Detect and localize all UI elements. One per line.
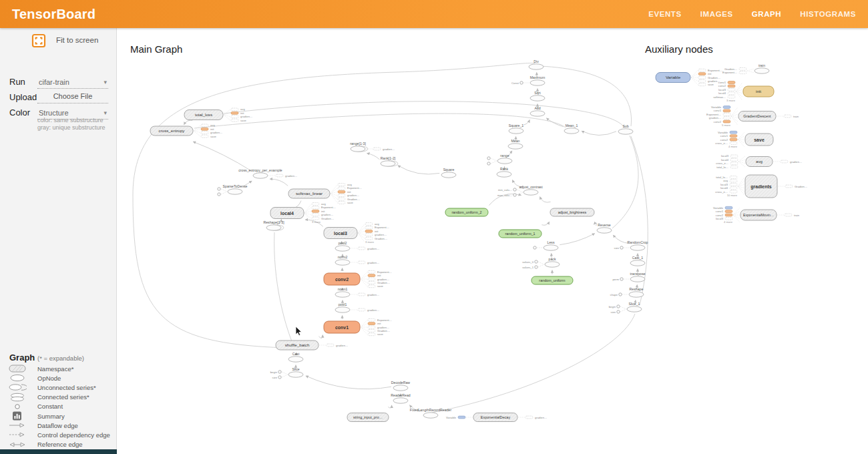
- graph-node-rank12[interactable]: Rank[1-2]: [381, 156, 398, 167]
- tab-histograms[interactable]: HISTOGRAMS: [800, 10, 856, 18]
- svg-text:Variable: Variable: [666, 75, 681, 79]
- svg-text:local4: local4: [718, 91, 726, 95]
- svg-text:Exponent…: Exponent…: [708, 69, 722, 72]
- graph-node-slice_1[interactable]: Slice_1beginsize: [609, 302, 642, 314]
- svg-text:Square: Square: [443, 168, 455, 172]
- graph-node-mean_1[interactable]: Mean_1: [564, 124, 579, 134]
- graph-node-decoderaw[interactable]: DecodeRaw: [391, 381, 411, 391]
- graph-node-local3[interactable]: local3avgExponent…initgradien…Gradien…3 …: [324, 222, 389, 244]
- graph-node-cross_entropy[interactable]: cross_entropyavginitgradien…save: [150, 124, 222, 138]
- graph-node-conv1[interactable]: conv1Exponent…initgradien…Gradien…save: [324, 318, 392, 336]
- mouse-cursor: [296, 326, 302, 336]
- graph-node-string_input[interactable]: string_input_pro…: [347, 413, 389, 422]
- tab-events[interactable]: EVENTS: [648, 10, 682, 18]
- graph-node-div[interactable]: Div: [529, 59, 544, 70]
- graph-node-transpose[interactable]: transposeperm: [612, 272, 645, 282]
- svg-text:init: init: [347, 190, 351, 194]
- svg-text:gradien…: gradien…: [285, 174, 297, 178]
- svg-text:ExponentialMovin…: ExponentialMovin…: [743, 213, 774, 217]
- graph-node-avg_aux[interactable]: avggradien…local3local4cross_e…total_lo…: [716, 154, 802, 168]
- svg-text:values_1: values_1: [522, 266, 533, 269]
- graph-node-random_uniform_1[interactable]: random_uniform_1: [499, 230, 541, 238]
- choose-file-button[interactable]: Choose File: [37, 91, 108, 103]
- app-title: TensorBoard: [12, 7, 95, 22]
- graph-node-mean[interactable]: Mean: [508, 139, 523, 150]
- graph-node-rank_op[interactable]: Rank: [497, 167, 511, 178]
- color-legend-note: color: same substructure gray: unique su…: [37, 117, 105, 132]
- graph-node-shuffle_batch[interactable]: shuffle_batchgradien…: [276, 340, 348, 350]
- run-select[interactable]: cifar-train ▾: [37, 77, 108, 89]
- graph-node-gd[interactable]: GradientDescenttrainVariableconv1Exponen…: [706, 105, 799, 127]
- fit-to-screen-button[interactable]: [31, 33, 46, 48]
- graph-node-square_1[interactable]: Square_1: [509, 124, 524, 134]
- graph-node-sqrt[interactable]: Sqrt: [530, 91, 545, 101]
- svg-text:Exponent…: Exponent…: [347, 186, 362, 190]
- graph-canvas[interactable]: total_lossavginitgradien…savecross_entro…: [117, 28, 868, 454]
- graph-node-total_loss[interactable]: total_lossavginitgradien…save: [184, 107, 252, 122]
- graph-node-reverse[interactable]: Reverse: [597, 223, 612, 234]
- svg-text:conv1: conv1: [720, 134, 728, 138]
- svg-text:gradien…: gradien…: [375, 233, 387, 236]
- svg-text:Gradien…: Gradien…: [377, 329, 390, 332]
- graph-node-reshape13[interactable]: Reshape[1-3]: [263, 220, 284, 231]
- graph-node-norm1[interactable]: norm1gradien…: [335, 287, 379, 298]
- graph-node-less[interactable]: Less: [533, 240, 558, 251]
- graph-node-save_aux[interactable]: saveVariableconv1conv2cross_e…4 more: [715, 131, 773, 149]
- graph-node-reshape_op[interactable]: Reshapeshape: [610, 287, 644, 298]
- tab-images[interactable]: IMAGES: [700, 10, 733, 18]
- graph-node-pack[interactable]: packvalues_0values_1: [522, 257, 560, 269]
- graph-node-init[interactable]: initconv1conv2local3local4softmax…3 more: [713, 81, 774, 102]
- graph-node-train[interactable]: trainGradien…Exponent…: [722, 63, 769, 75]
- graph-node-cepe[interactable]: cross_entropy_per_examplegradien…: [238, 168, 297, 179]
- graph-node-maximum[interactable]: MaximumConst: [511, 75, 545, 86]
- color-label: Color: [9, 107, 30, 118]
- graph-node-pool1[interactable]: pool1gradien…: [335, 302, 379, 313]
- svg-text:local4: local4: [721, 158, 729, 162]
- graph-node-random_uniform[interactable]: random_uniform: [531, 276, 573, 284]
- svg-text:Gradien…: Gradien…: [377, 281, 390, 284]
- graph-node-cast_1[interactable]: Cast_1: [630, 256, 645, 266]
- svg-text:Variable: Variable: [718, 131, 728, 134]
- svg-text:Slice: Slice: [292, 367, 299, 371]
- graph-node-variable[interactable]: VariableExponent…initGradien…gradien…sav…: [656, 69, 722, 87]
- graph-node-randomcrop[interactable]: RandomCropsize: [614, 240, 648, 251]
- graph-node-square[interactable]: Square: [441, 168, 456, 178]
- svg-text:gradien…: gradien…: [367, 308, 379, 312]
- svg-text:local3: local3: [721, 154, 729, 158]
- graph-node-add[interactable]: Add: [530, 106, 545, 117]
- svg-text:Less: Less: [548, 240, 555, 244]
- svg-text:local3: local3: [718, 88, 726, 91]
- svg-text:conv2: conv2: [720, 138, 728, 142]
- svg-text:gradien…: gradien…: [336, 344, 348, 347]
- svg-text:perm: perm: [612, 278, 619, 281]
- svg-text:cross_e…: cross_e…: [715, 142, 728, 145]
- graph-node-sparsetodense[interactable]: SparseToDense: [218, 184, 248, 196]
- graph-node-random_uniform_2[interactable]: random_uniform_2: [445, 208, 488, 216]
- svg-text:avg: avg: [210, 124, 215, 127]
- graph-node-conv2[interactable]: conv2Exponent…initgradien…Gradien…save: [324, 270, 392, 288]
- graph-node-slice[interactable]: Slicebeginsize: [270, 367, 303, 379]
- legend-item-label: Connected series*: [37, 393, 89, 401]
- graph-legend-title: Graph: [9, 353, 35, 363]
- graph-node-norm2[interactable]: norm2gradien…: [335, 255, 379, 266]
- svg-text:init: init: [377, 322, 381, 325]
- svg-text:conv1: conv1: [716, 210, 724, 213]
- graph-node-range13[interactable]: range[1-3]gradien…: [350, 142, 395, 152]
- svg-text:cross_e…: cross_e…: [716, 162, 728, 165]
- svg-text:Exponent…: Exponent…: [377, 318, 392, 322]
- graph-node-expmov[interactable]: ExponentialMovin…trainVariableconv1conv2…: [713, 206, 800, 224]
- graph-node-readerread[interactable]: ReaderRead: [391, 393, 411, 404]
- graph-node-cast[interactable]: Cast: [288, 352, 303, 363]
- svg-text:3 more: 3 more: [365, 240, 375, 244]
- reference-legend-icon: [8, 440, 27, 449]
- graph-node-adjust_brightness[interactable]: adjust_brightness: [550, 208, 594, 216]
- svg-text:local3: local3: [720, 183, 728, 186]
- svg-text:Cast: Cast: [292, 352, 300, 356]
- graph-node-gradients_aux[interactable]: gradientsGradien…total_lo…avglocal3local…: [715, 175, 807, 198]
- tab-graph[interactable]: GRAPH: [752, 10, 782, 18]
- legend-item-label: Namespace*: [37, 365, 73, 373]
- graph-node-softmax_linear[interactable]: softmax_linearavgExponent…initgradien…Gr…: [288, 183, 362, 204]
- svg-text:random_uniform: random_uniform: [539, 278, 566, 282]
- graph-node-exp_decay[interactable]: ExponentialDecaygradien…Variable: [446, 413, 547, 422]
- graph-node-range_op[interactable]: range: [487, 154, 512, 166]
